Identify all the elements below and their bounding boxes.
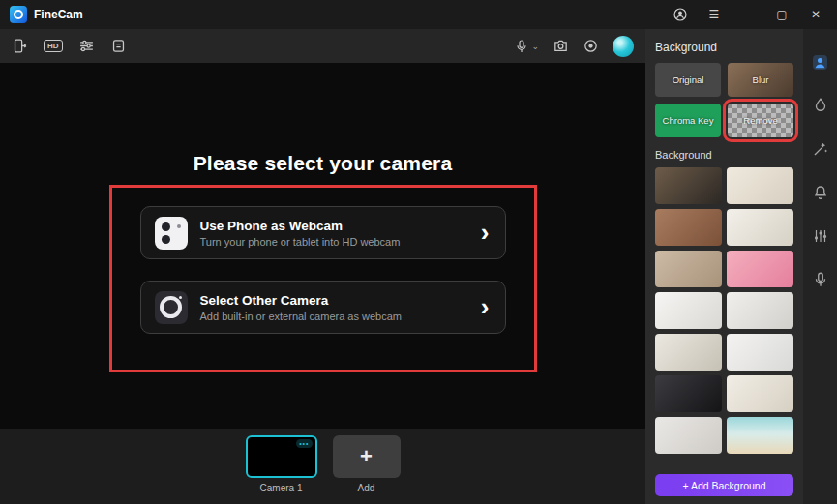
panel-title: Background	[655, 41, 793, 54]
mode-chroma-key-button[interactable]: Chroma Key	[655, 104, 721, 137]
background-thumbnails-grid	[655, 167, 793, 468]
microphone-select[interactable]: ⌄	[514, 39, 539, 54]
account-icon[interactable]	[667, 4, 694, 25]
mic-dropdown-chevron-icon[interactable]: ⌄	[531, 43, 539, 54]
card-title: Select Other Camera	[200, 293, 402, 308]
mode-label: Chroma Key	[663, 115, 714, 126]
app-logo-icon	[10, 6, 27, 23]
hd-quality-icon[interactable]: HD	[44, 40, 63, 53]
select-other-camera-card[interactable]: Select Other Camera Add built-in or exte…	[140, 281, 506, 334]
mode-label: Original	[673, 74, 704, 85]
background-thumb-plant-room[interactable]	[655, 334, 722, 371]
card-text: Select Other Camera Add built-in or exte…	[200, 293, 402, 322]
record-icon[interactable]	[583, 38, 599, 54]
camera-preview-area: Please select your camera Use Phone as W…	[0, 63, 645, 429]
mode-label: Remove	[743, 115, 777, 126]
background-thumb-desk-by-window[interactable]	[655, 167, 722, 204]
background-thumb-white-shelf[interactable]	[655, 292, 722, 329]
right-icon-rail	[803, 29, 837, 504]
avatar-tab-icon[interactable]	[811, 52, 830, 72]
mode-label: Blur	[753, 74, 769, 85]
select-camera-heading: Please select your camera	[0, 152, 645, 175]
camera-filmstrip: ••• Camera 1 + Add	[0, 429, 645, 504]
adjust-sliders-icon[interactable]	[811, 226, 830, 246]
background-thumb-cream-wall[interactable]	[727, 167, 793, 204]
camera-option-cards: Use Phone as Webcam Turn your phone or t…	[140, 206, 506, 334]
add-background-button[interactable]: + Add Background	[655, 474, 793, 496]
chevron-right-icon[interactable]: ›	[481, 297, 490, 317]
main-column: HD ⌄	[0, 29, 645, 504]
use-phone-as-webcam-card[interactable]: Use Phone as Webcam Turn your phone or t…	[140, 206, 506, 259]
background-panel: Background Original Blur Chroma Key Remo…	[645, 29, 803, 504]
background-thumb-bright-interior[interactable]	[727, 292, 793, 329]
background-thumb-gray-wall[interactable]	[655, 417, 722, 454]
toolbar: HD ⌄	[0, 29, 645, 63]
titlebar: FineCam ☰ — ▢ ✕	[0, 0, 837, 29]
mode-original-button[interactable]: Original	[655, 63, 721, 97]
minimize-button[interactable]: —	[734, 4, 762, 25]
background-thumb-beach[interactable]	[727, 417, 793, 454]
menu-icon[interactable]: ☰	[701, 4, 728, 25]
app-name: FineCam	[34, 8, 83, 21]
beautify-wand-icon[interactable]	[811, 139, 830, 159]
snapshot-camera-icon[interactable]	[553, 38, 569, 54]
background-thumb-dark-doorway[interactable]	[655, 375, 722, 412]
card-subtitle: Add built-in or external camera as webca…	[200, 311, 402, 322]
hd-badge-label: HD	[44, 40, 63, 53]
background-thumb-pink-flowers[interactable]	[727, 251, 793, 287]
toolbar-right-group: ⌄	[514, 36, 634, 57]
close-button[interactable]: ✕	[802, 4, 829, 25]
app-window: FineCam ☰ — ▢ ✕ HD	[0, 0, 837, 504]
add-camera-item: + Add	[333, 435, 401, 493]
add-camera-button[interactable]: +	[333, 435, 401, 478]
background-thumb-white-brick-plants[interactable]	[727, 209, 793, 246]
chevron-right-icon[interactable]: ›	[481, 222, 490, 243]
background-mode-grid: Original Blur Chroma Key Remove	[655, 63, 793, 137]
background-section-label: Background	[655, 149, 793, 161]
card-title: Use Phone as Webcam	[200, 219, 401, 233]
connect-phone-icon[interactable]	[12, 38, 28, 54]
lens-camera-icon	[155, 291, 188, 324]
background-thumb-bedroom[interactable]	[727, 375, 793, 412]
background-thumb-photo-collage-wall[interactable]	[655, 251, 722, 287]
camera-1-thumbnail[interactable]: •••	[246, 435, 317, 478]
appearance-drop-icon[interactable]	[811, 96, 830, 115]
camera-1-item: ••• Camera 1	[246, 435, 317, 493]
camera-options-badge[interactable]: •••	[296, 439, 312, 448]
card-text: Use Phone as Webcam Turn your phone or t…	[200, 219, 401, 248]
virtual-camera-active-icon[interactable]	[613, 36, 634, 57]
phone-camera-icon	[155, 217, 188, 250]
camera-1-label: Camera 1	[260, 483, 303, 493]
stickers-bell-icon[interactable]	[811, 183, 830, 202]
window-body: HD ⌄	[0, 29, 837, 504]
maximize-button[interactable]: ▢	[768, 4, 795, 25]
mode-remove-button[interactable]: Remove	[728, 104, 793, 137]
background-thumb-brick-wall[interactable]	[655, 209, 722, 246]
audio-mic-icon[interactable]	[811, 270, 830, 289]
card-subtitle: Turn your phone or tablet into HD webcam	[200, 236, 401, 248]
add-camera-label: Add	[358, 483, 375, 493]
notes-icon[interactable]	[110, 38, 127, 54]
background-thumb-white-desk-room[interactable]	[727, 334, 793, 371]
mode-blur-button[interactable]: Blur	[728, 63, 793, 97]
adjust-filters-icon[interactable]	[78, 38, 95, 54]
